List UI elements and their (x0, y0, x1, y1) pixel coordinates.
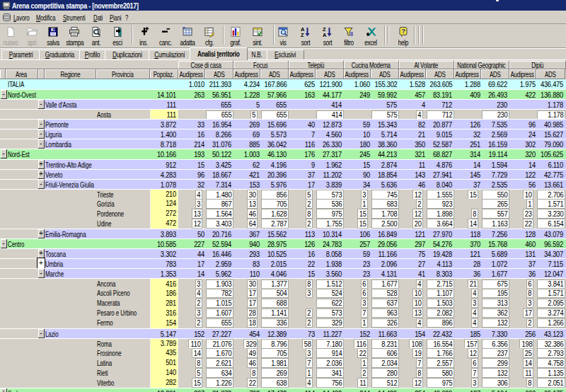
svg-text:A: A (323, 32, 327, 38)
svg-text:?: ? (402, 28, 406, 35)
svg-text:Z: Z (301, 32, 304, 38)
